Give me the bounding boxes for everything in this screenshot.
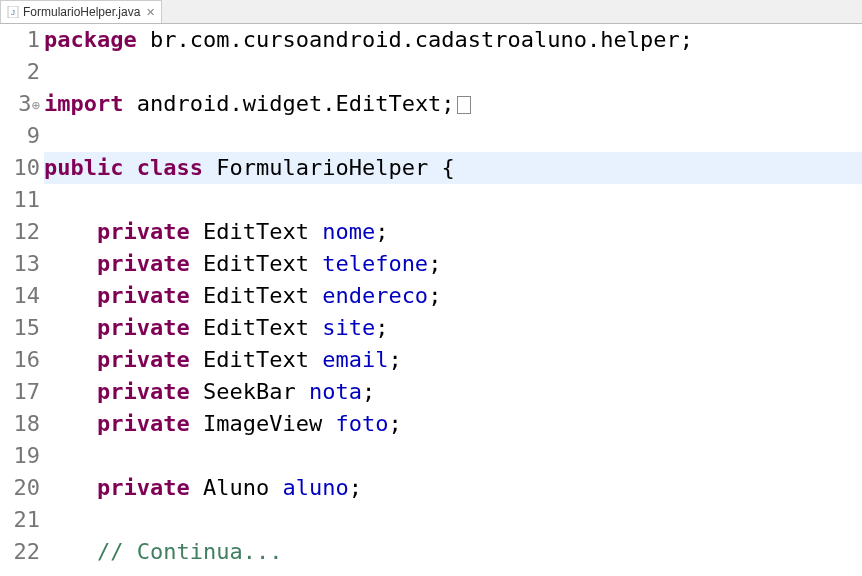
close-icon[interactable]: ✕ [146, 6, 155, 19]
fold-marker-icon[interactable]: ⊕ [32, 89, 40, 121]
code-line[interactable]: import android.widget.EditText; [44, 88, 862, 120]
line-number: 18 [0, 408, 40, 440]
line-number: 19 [0, 440, 40, 472]
line-number: 14 [0, 280, 40, 312]
line-number: 10 [0, 152, 40, 184]
editor-tab[interactable]: J FormularioHelper.java ✕ [0, 0, 162, 23]
tab-filename: FormularioHelper.java [23, 5, 140, 19]
code-line[interactable]: private SeekBar nota; [44, 376, 862, 408]
line-number: 22 [0, 536, 40, 568]
line-number: 20 [0, 472, 40, 504]
code-line[interactable] [44, 120, 862, 152]
line-number: 16 [0, 344, 40, 376]
line-number: 13 [0, 248, 40, 280]
code-line[interactable]: private ImageView foto; [44, 408, 862, 440]
code-line[interactable]: public class FormularioHelper { [44, 152, 862, 184]
line-number: 9 [0, 120, 40, 152]
code-line[interactable] [44, 56, 862, 88]
code-line[interactable] [44, 440, 862, 472]
svg-text:J: J [11, 8, 15, 17]
code-line[interactable]: private EditText nome; [44, 216, 862, 248]
code-line[interactable]: package br.com.cursoandroid.cadastroalun… [44, 24, 862, 56]
code-line[interactable] [44, 504, 862, 536]
line-number: 1 [0, 24, 40, 56]
code-line[interactable]: private EditText endereco; [44, 280, 862, 312]
line-number: 3⊕ [0, 88, 40, 120]
line-number: 21 [0, 504, 40, 536]
code-line[interactable]: // Continua... [44, 536, 862, 568]
tab-bar: J FormularioHelper.java ✕ [0, 0, 862, 24]
line-number: 2 [0, 56, 40, 88]
line-number: 17 [0, 376, 40, 408]
line-number: 12 [0, 216, 40, 248]
code-content[interactable]: package br.com.cursoandroid.cadastroalun… [42, 24, 862, 576]
folded-code-icon[interactable] [457, 96, 471, 114]
code-line[interactable] [44, 184, 862, 216]
code-editor[interactable]: 1 2 3⊕ 9 10 11 12 13 14 15 16 17 18 19 2… [0, 24, 862, 576]
code-line[interactable]: private EditText site; [44, 312, 862, 344]
line-number: 11 [0, 184, 40, 216]
java-file-icon: J [7, 6, 19, 18]
line-number: 15 [0, 312, 40, 344]
code-line[interactable]: private Aluno aluno; [44, 472, 862, 504]
code-line[interactable]: private EditText email; [44, 344, 862, 376]
line-number-gutter: 1 2 3⊕ 9 10 11 12 13 14 15 16 17 18 19 2… [0, 24, 42, 576]
code-line[interactable]: private EditText telefone; [44, 248, 862, 280]
